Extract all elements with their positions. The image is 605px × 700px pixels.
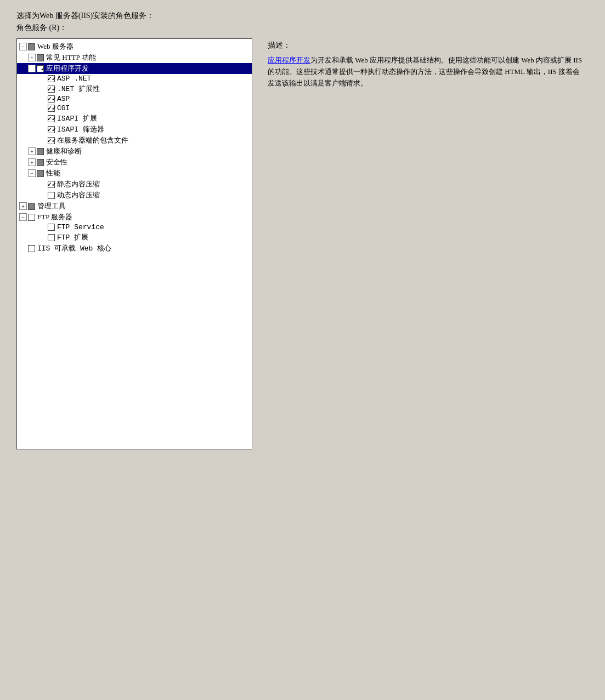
tree-item-web-server[interactable]: −Web 服务器 bbox=[17, 41, 252, 52]
description-link[interactable]: 应用程序开发 bbox=[268, 56, 310, 64]
checkbox-dynamic-compress[interactable] bbox=[48, 192, 55, 199]
expander-web-server[interactable]: − bbox=[19, 43, 27, 50]
expander-mgmt-tools[interactable]: + bbox=[19, 202, 27, 210]
description-panel: 描述： 应用程序开发为开发和承载 Web 应用程序提供基础结构。使用这些功能可以… bbox=[263, 38, 589, 449]
description-title: 描述： bbox=[268, 41, 584, 50]
tree-item-dynamic-compress[interactable]: 动态内容压缩 bbox=[17, 190, 252, 201]
checkbox-ftp-ext[interactable] bbox=[48, 234, 55, 241]
checkbox-isapi-filter[interactable]: ✓ bbox=[48, 126, 55, 133]
tree-item-isapi-filter[interactable]: ✓ISAPI 筛选器 bbox=[17, 124, 252, 135]
tree-item-net-ext[interactable]: ✓.NET 扩展性 bbox=[17, 83, 252, 94]
checkbox-ftp-service[interactable] bbox=[48, 224, 55, 231]
item-label-static-compress: 静态内容压缩 bbox=[57, 179, 100, 189]
tree-item-mgmt-tools[interactable]: +管理工具 bbox=[17, 201, 252, 212]
checkbox-ftp-server[interactable] bbox=[28, 214, 35, 221]
checkbox-iis-core[interactable] bbox=[28, 245, 35, 252]
item-label-net-ext: .NET 扩展性 bbox=[57, 84, 100, 94]
tree-item-app-dev[interactable]: −✓应用程序开发 bbox=[17, 63, 252, 74]
item-label-app-dev: 应用程序开发 bbox=[46, 64, 89, 73]
item-label-asp: ASP bbox=[57, 95, 70, 103]
item-label-health-diag: 健康和诊断 bbox=[46, 146, 82, 156]
checkbox-security[interactable] bbox=[37, 159, 44, 166]
checkbox-net-ext[interactable]: ✓ bbox=[48, 86, 55, 93]
checkbox-web-server[interactable] bbox=[28, 43, 35, 50]
item-label-dynamic-compress: 动态内容压缩 bbox=[57, 190, 100, 200]
tree-item-iis-core[interactable]: IIS 可承载 Web 核心 bbox=[17, 243, 252, 254]
item-label-security: 安全性 bbox=[46, 157, 67, 167]
checkbox-cgi[interactable]: ✓ bbox=[48, 105, 55, 112]
expander-app-dev[interactable]: − bbox=[28, 65, 36, 72]
item-label-asp-net: ASP .NET bbox=[57, 75, 91, 83]
description-text: 应用程序开发为开发和承载 Web 应用程序提供基础结构。使用这些功能可以创建 W… bbox=[268, 55, 584, 89]
tree-item-isapi-ext[interactable]: ✓ISAPI 扩展 bbox=[17, 113, 252, 124]
description-body: 为开发和承载 Web 应用程序提供基础结构。使用这些功能可以创建 Web 内容或… bbox=[268, 56, 582, 87]
tree-item-ftp-service[interactable]: FTP Service bbox=[17, 223, 252, 232]
item-label-mgmt-tools: 管理工具 bbox=[37, 201, 66, 211]
item-label-iis-core: IIS 可承载 Web 核心 bbox=[37, 243, 111, 253]
expander-health-diag[interactable]: + bbox=[28, 147, 36, 155]
checkbox-health-diag[interactable] bbox=[37, 148, 44, 155]
tree-item-ftp-ext[interactable]: FTP 扩展 bbox=[17, 232, 252, 243]
tree-item-asp[interactable]: ✓ASP bbox=[17, 94, 252, 104]
item-label-web-server: Web 服务器 bbox=[37, 42, 73, 52]
tree-item-cgi[interactable]: ✓CGI bbox=[17, 104, 252, 113]
page-title: 选择为Web 服务器(IIS)安装的角色服务： bbox=[16, 11, 589, 21]
tree-item-asp-net[interactable]: ✓ASP .NET bbox=[17, 74, 252, 83]
tree-item-performance[interactable]: −性能 bbox=[17, 168, 252, 179]
item-label-isapi-ext: ISAPI 扩展 bbox=[57, 113, 97, 123]
item-label-server-include: 在服务器端的包含文件 bbox=[57, 135, 128, 145]
checkbox-performance[interactable] bbox=[37, 170, 44, 177]
item-label-common-http: 常见 HTTP 功能 bbox=[46, 53, 96, 62]
checkbox-app-dev[interactable]: ✓ bbox=[37, 65, 44, 72]
tree-panel[interactable]: −Web 服务器+常见 HTTP 功能−✓应用程序开发✓ASP .NET✓.NE… bbox=[16, 38, 252, 449]
page-header: 选择为Web 服务器(IIS)安装的角色服务： 角色服务 (R)： bbox=[16, 11, 589, 33]
item-label-cgi: CGI bbox=[57, 104, 70, 112]
page-subtitle: 角色服务 (R)： bbox=[16, 23, 589, 33]
tree-item-security[interactable]: +安全性 bbox=[17, 157, 252, 168]
checkbox-isapi-ext[interactable]: ✓ bbox=[48, 115, 55, 122]
tree-item-static-compress[interactable]: ✓静态内容压缩 bbox=[17, 179, 252, 190]
expander-ftp-server[interactable]: − bbox=[19, 213, 27, 221]
item-label-ftp-ext: FTP 扩展 bbox=[57, 232, 88, 242]
checkbox-static-compress[interactable]: ✓ bbox=[48, 181, 55, 188]
tree-item-common-http[interactable]: +常见 HTTP 功能 bbox=[17, 52, 252, 63]
tree-item-ftp-server[interactable]: −FTP 服务器 bbox=[17, 212, 252, 223]
checkbox-asp-net[interactable]: ✓ bbox=[48, 75, 55, 82]
checkbox-server-include[interactable]: ✓ bbox=[48, 137, 55, 144]
checkbox-asp[interactable]: ✓ bbox=[48, 95, 55, 103]
checkbox-common-http[interactable] bbox=[37, 54, 44, 61]
item-label-performance: 性能 bbox=[46, 168, 60, 178]
item-label-ftp-service: FTP Service bbox=[57, 223, 104, 231]
expander-security[interactable]: + bbox=[28, 158, 36, 166]
expander-common-http[interactable]: + bbox=[28, 54, 36, 61]
checkbox-mgmt-tools[interactable] bbox=[28, 203, 35, 210]
tree-item-server-include[interactable]: ✓在服务器端的包含文件 bbox=[17, 135, 252, 146]
item-label-ftp-server: FTP 服务器 bbox=[37, 212, 72, 222]
tree-item-health-diag[interactable]: +健康和诊断 bbox=[17, 146, 252, 157]
expander-performance[interactable]: − bbox=[28, 169, 36, 177]
item-label-isapi-filter: ISAPI 筛选器 bbox=[57, 124, 104, 134]
main-content: −Web 服务器+常见 HTTP 功能−✓应用程序开发✓ASP .NET✓.NE… bbox=[16, 38, 589, 449]
